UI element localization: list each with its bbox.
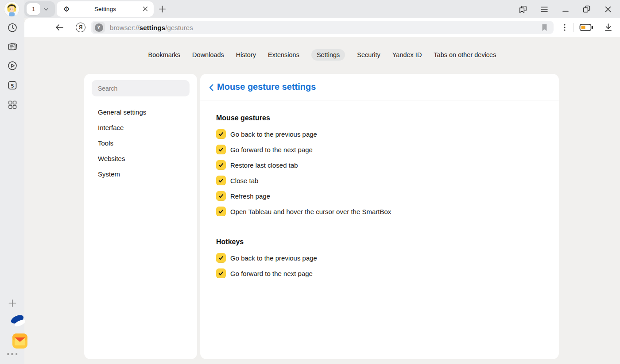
mail-app-icon[interactable] <box>12 333 37 349</box>
gesture-row: Go forward to the next page <box>216 145 543 154</box>
active-tab[interactable]: ⚙ Settings <box>57 1 154 17</box>
settings-page: Bookmarks Downloads History Extensions S… <box>24 37 620 364</box>
checkbox-label: Refresh page <box>230 192 270 200</box>
bookmark-flag-icon[interactable] <box>541 23 548 32</box>
tabs-stack-icon[interactable]: 5 <box>7 80 18 91</box>
sidebar-item-general-settings[interactable]: General settings <box>98 107 146 118</box>
history-icon[interactable] <box>7 23 17 33</box>
gesture-row: Open Tableau and hover the cursor over t… <box>216 207 543 216</box>
gesture-row: Restore last closed tab <box>216 160 543 170</box>
close-window-icon[interactable] <box>603 4 612 14</box>
tab-title: Settings <box>57 6 154 12</box>
checkbox-checked[interactable] <box>216 160 226 170</box>
window-controls <box>500 0 620 18</box>
apps-grid-icon[interactable] <box>7 100 17 110</box>
panel-body: Mouse gestures Go back to the previous p… <box>200 114 559 278</box>
checkbox-label: Close tab <box>230 177 258 184</box>
settings-nav: Bookmarks Downloads History Extensions S… <box>24 49 620 61</box>
checkbox-label: Open Tableau and hover the cursor over t… <box>230 208 391 215</box>
menu-icon[interactable] <box>539 4 549 14</box>
url-host: settings <box>140 24 165 31</box>
tab-stack-count: 5 <box>11 83 14 88</box>
checkbox-checked[interactable] <box>216 207 226 216</box>
checkbox-checked[interactable] <box>216 176 226 185</box>
add-panel-icon[interactable] <box>8 299 17 308</box>
hotkey-row: Go back to the previous page <box>216 253 543 263</box>
checkbox-checked[interactable] <box>216 191 226 201</box>
tab-group-counter[interactable]: 1 <box>24 1 55 17</box>
nav-yandex-id[interactable]: Yandex ID <box>392 49 422 61</box>
page-title[interactable]: Mouse gesture settings <box>217 82 316 92</box>
mouse-gestures-section: Mouse gestures Go back to the previous p… <box>216 114 543 216</box>
sidebar-item-tools[interactable]: Tools <box>98 138 146 149</box>
address-bar-row: Я Y browser://settings/gestures <box>24 18 620 37</box>
sidebar-item-system[interactable]: System <box>98 169 146 180</box>
new-tab-button[interactable] <box>156 3 168 15</box>
nav-tabs-other-devices[interactable]: Tabs on other devices <box>434 49 496 61</box>
checkbox-label: Restore last closed tab <box>230 161 298 169</box>
left-rail: 5 <box>0 0 24 364</box>
nav-history[interactable]: History <box>236 49 256 61</box>
url-scheme: browser:// <box>110 24 140 31</box>
side-panel-icon[interactable] <box>518 4 527 14</box>
gesture-settings-card: Mouse gesture settings Mouse gestures Go… <box>200 74 559 359</box>
sidebar-item-websites[interactable]: Websites <box>98 153 146 164</box>
section-heading: Mouse gestures <box>216 114 543 123</box>
url-path: /gestures <box>165 24 193 31</box>
minimize-icon[interactable] <box>561 4 570 14</box>
nav-downloads[interactable]: Downloads <box>192 49 224 61</box>
yandex-home-icon[interactable]: Я <box>76 23 85 32</box>
nav-extensions[interactable]: Extensions <box>268 49 299 61</box>
protect-icon[interactable]: Y <box>93 22 105 33</box>
panel-header: Mouse gesture settings <box>200 74 559 100</box>
checkbox-label: Go forward to the next page <box>230 146 313 153</box>
url-text: browser://settings/gestures <box>110 24 193 31</box>
gesture-row: Refresh page <box>216 191 543 201</box>
gesture-row: Close tab <box>216 176 543 185</box>
checkbox-checked[interactable] <box>216 268 226 278</box>
nav-settings[interactable]: Settings <box>311 49 345 61</box>
section-heading: Hotkeys <box>216 238 543 246</box>
back-icon[interactable] <box>54 23 64 32</box>
downloads-icon[interactable] <box>604 23 613 32</box>
user-avatar[interactable] <box>4 2 19 16</box>
checkbox-label: Go back to the previous page <box>230 254 317 262</box>
video-icon[interactable] <box>7 61 17 71</box>
search-input[interactable] <box>92 80 190 96</box>
url-field[interactable]: Y browser://settings/gestures <box>91 21 554 34</box>
hotkeys-section: Hotkeys Go back to the previous page Go … <box>216 238 543 278</box>
battery-icon[interactable] <box>579 23 593 31</box>
settings-sidebar-card: General settings Interface Tools Website… <box>84 74 197 359</box>
feed-icon[interactable] <box>7 42 18 52</box>
nav-security[interactable]: Security <box>357 49 380 61</box>
checkbox-label: Go forward to the next page <box>230 270 313 277</box>
restore-window-icon[interactable] <box>582 4 591 14</box>
checkbox-checked[interactable] <box>216 253 226 263</box>
checkbox-checked[interactable] <box>216 129 226 139</box>
tab-strip: 1 ⚙ Settings <box>0 0 620 18</box>
tab-close-icon[interactable] <box>142 6 148 12</box>
toolbar-divider <box>574 23 574 32</box>
rail-more-icon[interactable] <box>7 353 18 355</box>
settings-section-list: General settings Interface Tools Website… <box>98 107 146 184</box>
sidebar-item-interface[interactable]: Interface <box>98 123 146 133</box>
chevron-down-icon[interactable] <box>43 6 49 12</box>
back-chevron-icon[interactable] <box>209 84 214 92</box>
checkbox-checked[interactable] <box>216 145 226 154</box>
gesture-row: Go back to the previous page <box>216 129 543 139</box>
checkbox-label: Go back to the previous page <box>230 130 317 138</box>
hotkey-row: Go forward to the next page <box>216 268 543 278</box>
more-menu-icon[interactable] <box>560 23 569 32</box>
nav-bookmarks[interactable]: Bookmarks <box>148 49 181 61</box>
tab-count-badge[interactable]: 1 <box>27 3 40 15</box>
